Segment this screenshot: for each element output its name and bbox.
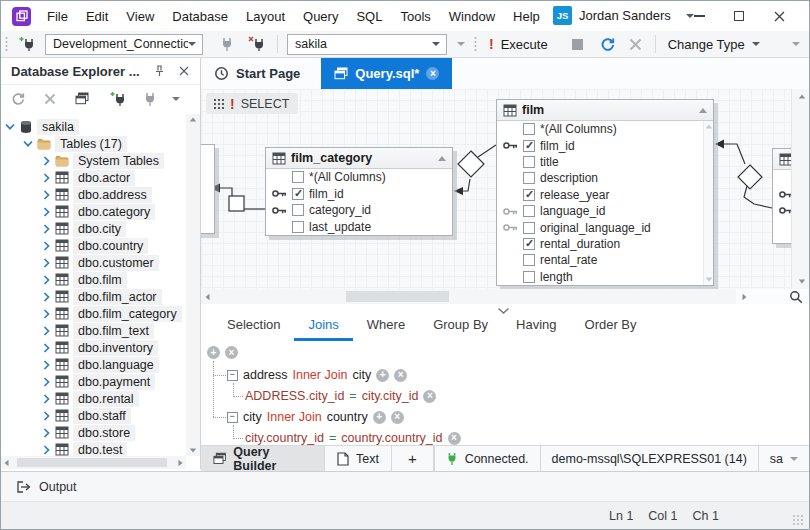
column-row[interactable]: release_year (497, 187, 713, 203)
criteria-tab-order-by[interactable]: Order By (571, 314, 651, 341)
tree-item-dbo-address[interactable]: dbo.address (1, 186, 186, 203)
tree-item-dbo-rental[interactable]: dbo.rental (1, 390, 186, 407)
tree-item-dbo-actor[interactable]: dbo.actor (1, 169, 186, 186)
collapse-expander-icon[interactable] (227, 370, 238, 381)
explorer-horizontal-scrollbar[interactable] (1, 456, 186, 469)
chevron-collapsed-icon[interactable] (41, 241, 51, 251)
column-row[interactable]: film_id (497, 137, 713, 153)
delete-icon[interactable] (44, 93, 56, 105)
column-checkbox[interactable] (523, 172, 535, 184)
query-diagram-canvas[interactable]: ! SELECT film_category*(All Columns)film… (201, 89, 791, 289)
select-node[interactable]: ! SELECT (206, 93, 298, 114)
column-checkbox[interactable] (292, 221, 304, 233)
collapse-expander-icon[interactable] (227, 412, 238, 423)
chevron-collapsed-icon[interactable] (41, 411, 51, 421)
refresh-button[interactable] (600, 37, 615, 52)
tree-item-dbo-film[interactable]: dbo.film (1, 271, 186, 288)
tab-query-sql[interactable]: Query.sql* (321, 58, 452, 89)
chevron-collapsed-icon[interactable] (41, 156, 51, 166)
criteria-tab-where[interactable]: Where (353, 314, 419, 341)
pin-icon[interactable] (154, 65, 165, 77)
menu-item-sql[interactable]: SQL (347, 5, 391, 28)
tree-item-dbo-language[interactable]: dbo.language (1, 356, 186, 373)
column-row[interactable]: language_id (497, 203, 713, 219)
add-condition-button[interactable] (376, 369, 389, 382)
scroll-down-icon[interactable] (190, 449, 196, 453)
menu-item-view[interactable]: View (117, 5, 163, 28)
cascade-windows-icon[interactable] (75, 92, 89, 105)
join-group-city-country[interactable]: cityInner Joincountry (227, 409, 404, 425)
remove-condition-button[interactable] (448, 432, 461, 445)
canvas-horizontal-scrollbar[interactable] (201, 289, 736, 304)
chevron-collapsed-icon[interactable] (41, 292, 51, 302)
collapse-node-icon[interactable] (699, 108, 707, 113)
remove-all-joins-button[interactable] (225, 346, 238, 359)
column-checkbox[interactable] (292, 204, 304, 216)
tree-item-dbo-test[interactable]: dbo.test (1, 441, 186, 456)
user-account-button[interactable]: JS Jordan Sanders (553, 6, 694, 25)
criteria-tab-selection[interactable]: Selection (213, 314, 294, 341)
explorer-vertical-scrollbar[interactable] (186, 114, 200, 456)
column-row[interactable]: last_update (266, 219, 452, 236)
tree-item-dbo-inventory[interactable]: dbo.inventory (1, 339, 186, 356)
new-connection-icon[interactable] (110, 91, 127, 107)
scroll-right-icon[interactable] (743, 293, 747, 299)
join-group-address-city[interactable]: addressInner Joincity (227, 367, 407, 383)
chevron-collapsed-icon[interactable] (41, 258, 51, 268)
column-checkbox[interactable] (292, 171, 304, 183)
database-select[interactable]: sakila (287, 34, 447, 55)
output-panel[interactable]: Output (1, 471, 809, 501)
add-condition-button[interactable] (373, 411, 386, 424)
column-row[interactable]: title (497, 154, 713, 170)
column-checkbox[interactable] (523, 156, 535, 168)
column-row[interactable]: rental_rate (497, 252, 713, 268)
remove-join-button[interactable] (391, 411, 404, 424)
tree-item-dbo-staff[interactable]: dbo.staff (1, 407, 186, 424)
table-node-header[interactable]: film_category (266, 148, 452, 169)
connect-icon[interactable] (143, 91, 157, 107)
table-node-header[interactable]: film (497, 100, 713, 121)
tab-text[interactable]: Text (325, 446, 392, 471)
chevron-expanded-icon[interactable] (5, 123, 15, 131)
join-condition[interactable]: ADDRESS.city_id=city.city_id (245, 388, 436, 404)
column-row[interactable]: *(All Columns) (266, 169, 452, 186)
add-join-button[interactable] (207, 346, 220, 359)
scroll-thumb[interactable] (17, 458, 167, 467)
menu-item-tools[interactable]: Tools (391, 5, 439, 28)
chevron-collapsed-icon[interactable] (41, 207, 51, 217)
tree-item-dbo-film-actor[interactable]: dbo.film_actor (1, 288, 186, 305)
tree-item-dbo-country[interactable]: dbo.country (1, 237, 186, 254)
table-node-header[interactable]: f (773, 149, 791, 170)
chevron-collapsed-icon[interactable] (41, 428, 51, 438)
scroll-down-icon[interactable] (705, 277, 711, 281)
scroll-left-icon[interactable] (206, 293, 210, 299)
toolbar-grip[interactable] (474, 36, 477, 52)
remove-join-button[interactable] (394, 369, 407, 382)
close-icon[interactable] (179, 66, 189, 76)
chevron-collapsed-icon[interactable] (41, 343, 51, 353)
column-checkbox[interactable] (523, 140, 535, 152)
execute-button[interactable]: ! Execute (489, 36, 548, 52)
scroll-left-icon[interactable] (5, 459, 9, 465)
server-name[interactable]: demo-mssql\SQLEXPRESS01 (14) (540, 446, 758, 471)
criteria-tab-having[interactable]: Having (502, 314, 570, 341)
remove-connection-button[interactable] (248, 36, 265, 52)
tree-item-dbo-customer[interactable]: dbo.customer (1, 254, 186, 271)
chevron-expanded-icon[interactable] (23, 140, 33, 148)
column-checkbox[interactable] (523, 189, 535, 201)
tree-item-dbo-payment[interactable]: dbo.payment (1, 373, 186, 390)
stop-button[interactable] (572, 39, 583, 50)
tree-item-dbo-film-text[interactable]: dbo.film_text (1, 322, 186, 339)
minimize-button[interactable] (679, 1, 719, 31)
column-checkbox[interactable] (523, 222, 535, 234)
collapse-node-icon[interactable] (438, 156, 446, 161)
menu-item-layout[interactable]: Layout (237, 5, 294, 28)
tree-item-dbo-city[interactable]: dbo.city (1, 220, 186, 237)
resize-grip[interactable] (792, 514, 804, 526)
column-checkbox[interactable] (523, 254, 535, 266)
canvas-vertical-scrollbar[interactable] (791, 89, 810, 289)
column-row[interactable]: description (497, 170, 713, 186)
chevron-collapsed-icon[interactable] (41, 275, 51, 285)
scroll-up-icon[interactable] (798, 95, 804, 99)
table-node-partial-left[interactable] (201, 144, 215, 234)
